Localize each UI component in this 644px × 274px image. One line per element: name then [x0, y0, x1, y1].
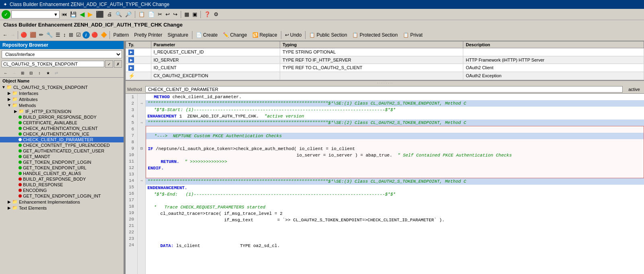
- tb-icon3[interactable]: ✏: [38, 31, 45, 39]
- nav-back-back-button[interactable]: ⏮: [60, 10, 68, 18]
- tb-icon2[interactable]: 🟫: [29, 31, 37, 39]
- help-button[interactable]: ❓: [203, 10, 212, 18]
- tree-node-text-elements[interactable]: ▶ 📁 Text Elements: [0, 205, 124, 211]
- nav-back-sidebar[interactable]: ←: [2, 69, 10, 76]
- nav-back-button[interactable]: ◀: [78, 10, 86, 19]
- tree-node-attributes[interactable]: ▶ 📁 Attributes: [0, 96, 124, 102]
- layout2-button[interactable]: ▣: [191, 10, 198, 18]
- info-button[interactable]: i: [83, 31, 90, 39]
- tree-node-build-response[interactable]: BUILD_RESPONSE: [0, 182, 124, 187]
- redo-tb-button[interactable]: ↪: [172, 10, 179, 18]
- signature-button[interactable]: Signature: [165, 30, 190, 40]
- expand-root[interactable]: ▼: [1, 85, 6, 89]
- tree-node-methods[interactable]: ▼ 📁 Methods: [0, 102, 124, 108]
- tree-node-root[interactable]: ▼ 📁 CL_OAUTH2_S_TOKEN_ENDPOINT: [0, 84, 124, 90]
- tb-icon7[interactable]: ⊞: [68, 31, 74, 39]
- tree-node-get-mandt[interactable]: GET_MANDT: [0, 154, 124, 159]
- param-type-icon-2: ▶: [128, 65, 134, 71]
- history-dropdown[interactable]: ▼: [11, 10, 60, 19]
- tree-node-get-auth-client-user[interactable]: GET_AUTHENTICATED_CLIENT_USER: [0, 148, 124, 154]
- save-button[interactable]: ✓: [2, 10, 10, 19]
- tree-node-enhancement-impl[interactable]: ▶ 📁 Enhancement Implementations: [0, 199, 124, 205]
- tb-icon5[interactable]: ☰: [54, 31, 62, 39]
- tree-node-get-token-login-int[interactable]: GET_TOKEN_ENDPOINT_LOGIN_INT: [0, 193, 124, 199]
- tree-node-handle-client-id[interactable]: HANDLE_CLIENT_ID_ALIAS: [0, 171, 124, 176]
- tree-node-encoding[interactable]: ENCODING: [0, 187, 124, 193]
- param-row-3[interactable]: ⚡ CX_OAUTH2_EXCEPTION OAuth2 Exception: [126, 72, 644, 80]
- tree-node-cert-available[interactable]: CERTIFICATE_AVAILABLE: [0, 120, 124, 126]
- search-confirm-button[interactable]: ✓: [105, 60, 113, 68]
- class-interface-dropdown[interactable]: Class/Interface: [2, 50, 122, 58]
- code-line-14: """"""""""""""""""""""""""""""""""""""""…: [146, 178, 644, 185]
- change-button[interactable]: ✏️ Change: [221, 30, 250, 40]
- expand-all-button[interactable]: ⊞: [19, 69, 27, 76]
- tree-node-if-http-extension[interactable]: ▶ 📁 IF_HTTP_EXTENSION: [0, 108, 124, 114]
- pattern-button[interactable]: Pattern: [111, 30, 132, 40]
- main-area: Repository Browser Class/Interface ✓ ✗ ←…: [0, 41, 644, 274]
- code-line-21: [146, 223, 644, 230]
- tb-icon10[interactable]: 🔶: [99, 31, 108, 39]
- copy-button[interactable]: 📋: [137, 10, 146, 18]
- public-section-button[interactable]: 📋 Public Section: [307, 30, 349, 40]
- tb-icon9[interactable]: 🔴: [90, 31, 99, 39]
- expand-methods[interactable]: ▼: [6, 103, 12, 107]
- method-bar: Method CHECK_CLIENT_ID_PARAMETER active: [126, 85, 644, 94]
- param-row-1[interactable]: ▶ IO_SERVER TYPE REF TO IF_HTTP_SERVER H…: [126, 56, 644, 64]
- method-label: Method: [127, 87, 142, 92]
- paste-button[interactable]: 📄: [147, 10, 156, 18]
- print-button[interactable]: 🖨: [106, 10, 114, 18]
- layout1-button[interactable]: ▦: [183, 10, 190, 18]
- tree-node-build-error[interactable]: BUILD_ERROR_RESPONSE_BODY: [0, 114, 124, 120]
- code-line-6: [146, 126, 644, 133]
- find-button[interactable]: 🔍: [114, 10, 123, 18]
- param-row-0[interactable]: ▶ I_REQUEST_CLIENT_ID TYPE STRING OPTION…: [126, 48, 644, 56]
- tb-icon4[interactable]: 🔧: [45, 31, 54, 39]
- expand-enhancement-impl[interactable]: ▶: [6, 200, 12, 204]
- settings-button[interactable]: ⚙: [213, 10, 220, 18]
- expand-interfaces[interactable]: ▶: [6, 91, 12, 95]
- expand-if-http[interactable]: ▶: [13, 109, 19, 113]
- title-bar-icon: ✦: [3, 2, 7, 7]
- collapse-all-button[interactable]: ⊟: [27, 69, 35, 76]
- sidebar-tb3[interactable]: ⇄: [52, 69, 60, 76]
- tree-node-check-auth-ice[interactable]: CHECK_AUTHENTICATION_ICE: [0, 131, 124, 137]
- sidebar-tb1[interactable]: ↕: [35, 69, 43, 76]
- forward-button[interactable]: →: [9, 31, 17, 39]
- save-toolbar-button[interactable]: 💾: [69, 10, 78, 18]
- undo-button[interactable]: ↩ Undo: [283, 30, 304, 40]
- code-content[interactable]: METHOD check_client_id_parameter. """"""…: [146, 94, 644, 274]
- object-search-input[interactable]: [2, 61, 104, 67]
- expand-text-elements[interactable]: ▶: [6, 206, 12, 210]
- tree-node-get-token-url[interactable]: GET_TOKEN_ENDPOINT_URL: [0, 165, 124, 171]
- param-row-2[interactable]: ▶ IO_CLIENT TYPE REF TO CL_OAUTH2_S_CLIE…: [126, 64, 644, 72]
- create-button[interactable]: 📄 Create: [194, 30, 220, 40]
- code-line-22: [146, 230, 644, 236]
- title-bar-text: Class Builder Enhancement ZENH_ADD_ICF_A…: [10, 2, 169, 7]
- pretty-printer-button[interactable]: Pretty Printer: [132, 30, 165, 40]
- back-button[interactable]: ←: [2, 31, 9, 39]
- cut-button[interactable]: ✂: [157, 10, 163, 18]
- line-numbers: 1 2 3 4 5 6 7 8 9 10 11 12 13 14 15 16 1: [126, 94, 138, 274]
- tree-node-interfaces[interactable]: ▶ 📁 Interfaces: [0, 90, 124, 96]
- nav-forward-sidebar[interactable]: →: [10, 69, 18, 76]
- tb-icon8[interactable]: ☑: [75, 31, 82, 39]
- tb-icon6[interactable]: ↕: [62, 31, 67, 39]
- sidebar-header: Repository Browser: [0, 41, 124, 49]
- tb-icon1[interactable]: 🔴: [19, 31, 28, 39]
- private-section-button[interactable]: 📋 Privat: [400, 30, 425, 40]
- sidebar-tb2[interactable]: ★: [44, 69, 52, 76]
- tree-node-check-auth-client[interactable]: CHECK_AUTHENTICATION_CLIENT: [0, 126, 124, 131]
- search-cancel-button[interactable]: ✗: [114, 60, 122, 68]
- stop-button[interactable]: ⬛: [95, 10, 105, 19]
- tree-node-get-token-login[interactable]: GET_TOKEN_ENDPOINT_LOGIN: [0, 159, 124, 165]
- undo-tb-button[interactable]: ↩: [164, 10, 171, 18]
- protected-section-button[interactable]: 📋 Protected Section: [350, 30, 400, 40]
- param-type-lightning-3: ⚡: [128, 73, 135, 79]
- find2-button[interactable]: 🔎: [124, 10, 133, 18]
- expand-attributes[interactable]: ▶: [6, 97, 12, 101]
- tree-node-check-client-id[interactable]: CHECK_CLIENT_ID_PARAMETER: [0, 137, 124, 142]
- nav-forward-button[interactable]: ▶: [87, 10, 94, 19]
- tree-node-build-at[interactable]: BUILD_AT_RESPONSE_BODY: [0, 176, 124, 182]
- replace-button[interactable]: 🔁 Replace: [250, 30, 280, 40]
- tree-node-check-content-type[interactable]: CHECK_CONTENT_TYPE_URLENCODED: [0, 142, 124, 148]
